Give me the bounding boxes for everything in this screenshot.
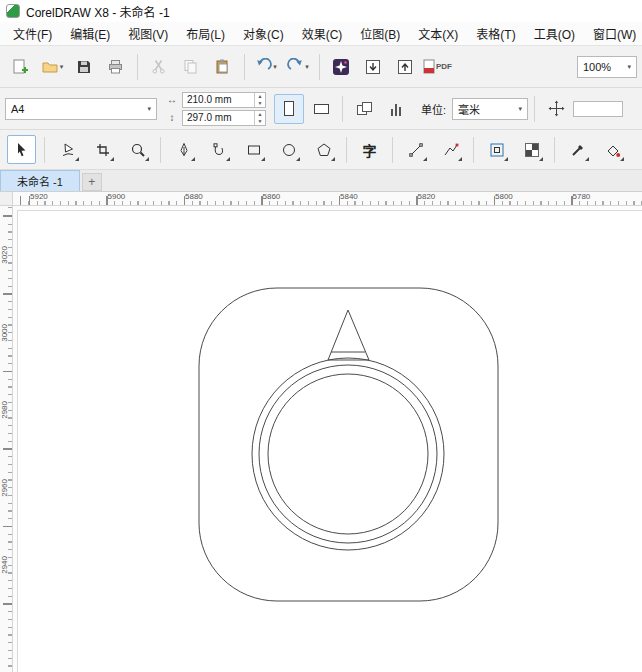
menu-item-1[interactable]: 编辑(E)	[61, 21, 119, 46]
cut-button[interactable]	[144, 52, 174, 82]
pen-nib-icon	[176, 142, 192, 158]
eyedropper-tool[interactable]	[563, 135, 592, 164]
menu-item-7[interactable]: 文本(X)	[409, 21, 467, 46]
freehand-tool[interactable]	[204, 135, 233, 164]
page-width-field[interactable]: 210.0 mm ▲▼	[182, 92, 266, 108]
ruler-label: 5840	[340, 192, 358, 201]
all-pages-layout-button[interactable]	[349, 94, 379, 124]
ruler-label: 5880	[185, 192, 203, 201]
ruler-origin-corner[interactable]	[0, 192, 13, 205]
drawing-shape-rect[interactable]	[199, 288, 498, 601]
current-page-layout-button[interactable]	[381, 94, 411, 124]
line-tool[interactable]	[401, 135, 430, 164]
nudge-offset-button[interactable]	[541, 94, 571, 124]
polygon-tool[interactable]	[309, 135, 338, 164]
transparency-tool[interactable]	[517, 135, 546, 164]
print-button[interactable]	[101, 52, 131, 82]
pen-tool[interactable]	[169, 135, 198, 164]
standard-toolbar: ▾ ▾ ▾ PDF 100% ▾	[0, 46, 642, 88]
ellipse-tool[interactable]	[274, 135, 303, 164]
pages-overlap-icon	[357, 102, 372, 116]
drawing-svg[interactable]	[13, 206, 642, 672]
spin-down-icon[interactable]: ▼	[255, 118, 265, 125]
save-button[interactable]	[69, 52, 99, 82]
page-width-spinner[interactable]: ▲▼	[254, 93, 265, 107]
drawing-canvas[interactable]	[13, 206, 642, 672]
page-height-field[interactable]: 297.0 mm ▲▼	[182, 110, 266, 126]
new-tab-plus-icon: +	[88, 175, 95, 189]
menu-item-6[interactable]: 位图(B)	[351, 21, 409, 46]
new-document-tab-button[interactable]: +	[82, 173, 102, 191]
freehand-curve-icon	[211, 142, 227, 158]
crop-tool[interactable]	[88, 135, 117, 164]
separator	[137, 54, 138, 80]
import-button[interactable]	[358, 52, 388, 82]
undo-button[interactable]: ▾	[251, 52, 281, 82]
polyline-tool[interactable]	[436, 135, 465, 164]
menu-item-9[interactable]: 工具(O)	[525, 21, 584, 46]
ruler-major-ticks	[3, 206, 12, 672]
ruler-row: 59205900588058605840582058005780	[0, 192, 642, 206]
menu-item-10[interactable]: 窗口(W)	[584, 21, 642, 46]
document-tab-bar: 未命名 -1 +	[0, 170, 642, 192]
units-select[interactable]: 毫米 ▾	[452, 98, 528, 120]
copy-button[interactable]	[176, 52, 206, 82]
pick-tool[interactable]	[7, 135, 36, 164]
rectangle-icon	[246, 142, 262, 158]
menu-item-3[interactable]: 布局(L)	[177, 21, 234, 46]
portrait-icon	[284, 101, 294, 116]
save-floppy-icon	[75, 58, 93, 76]
portrait-orientation-button[interactable]	[274, 94, 304, 124]
ruler-horizontal[interactable]: 59205900588058605840582058005780	[13, 192, 642, 205]
export-button[interactable]	[390, 52, 420, 82]
cut-scissors-icon	[150, 58, 168, 76]
document-tab-active[interactable]: 未命名 -1	[0, 170, 80, 191]
menu-item-2[interactable]: 视图(V)	[119, 21, 177, 46]
coreldraw-logo-icon	[6, 4, 20, 18]
menu-item-0[interactable]: 文件(F)	[4, 21, 61, 46]
contour-tool[interactable]	[482, 135, 511, 164]
separator	[473, 137, 474, 163]
separator	[554, 137, 555, 163]
polyline-icon	[443, 142, 459, 158]
app-launcher-button[interactable]	[326, 52, 356, 82]
undo-caret-icon: ▾	[273, 63, 277, 70]
text-tool[interactable]: 字	[355, 135, 384, 164]
paint-bucket-icon	[605, 142, 621, 158]
menu-item-4[interactable]: 对象(C)	[234, 21, 293, 46]
ruler-vertical[interactable]: 30203000298029602940	[0, 206, 13, 672]
paste-clipboard-icon	[214, 58, 232, 76]
units-caret-icon: ▾	[519, 105, 523, 112]
separator	[346, 137, 347, 163]
spin-down-icon[interactable]: ▼	[255, 100, 265, 107]
drawing-shape-circle[interactable]	[252, 358, 444, 550]
landscape-orientation-button[interactable]	[306, 94, 336, 124]
spin-up-icon[interactable]: ▲	[255, 93, 265, 100]
new-document-icon	[11, 58, 29, 76]
menu-bar: 文件(F)编辑(E)视图(V)布局(L)对象(C)效果(C)位图(B)文本(X)…	[0, 22, 642, 46]
open-caret-icon: ▾	[60, 63, 64, 70]
publish-pdf-button[interactable]: PDF	[422, 52, 453, 82]
shape-tool[interactable]	[53, 135, 82, 164]
zoom-level-select[interactable]: 100% ▾	[577, 56, 637, 78]
fill-tool[interactable]	[598, 135, 627, 164]
eyedropper-icon	[570, 142, 586, 158]
zoom-tool[interactable]	[123, 135, 152, 164]
zoom-caret-icon: ▾	[627, 63, 631, 70]
menu-item-5[interactable]: 效果(C)	[293, 21, 352, 46]
drawing-shape-circle[interactable]	[268, 374, 428, 534]
page-height-spinner[interactable]: ▲▼	[254, 111, 265, 125]
paste-button[interactable]	[208, 52, 238, 82]
open-button[interactable]: ▾	[37, 52, 67, 82]
rectangle-tool[interactable]	[239, 135, 268, 164]
menu-item-8[interactable]: 表格(T)	[467, 21, 524, 46]
property-bar: A4 ▾ ↔ 210.0 mm ▲▼ ↕ 297.0 mm ▲▼ 单位: 毫米	[0, 88, 642, 130]
drawing-shape-circle[interactable]	[259, 365, 437, 543]
ruler-label: 3000	[0, 324, 9, 342]
new-document-button[interactable]	[5, 52, 35, 82]
spin-up-icon[interactable]: ▲	[255, 111, 265, 118]
nudge-distance-field[interactable]	[573, 101, 623, 117]
page-width-value: 210.0 mm	[187, 94, 231, 105]
redo-button[interactable]: ▾	[283, 52, 313, 82]
page-size-select[interactable]: A4 ▾	[5, 98, 157, 120]
